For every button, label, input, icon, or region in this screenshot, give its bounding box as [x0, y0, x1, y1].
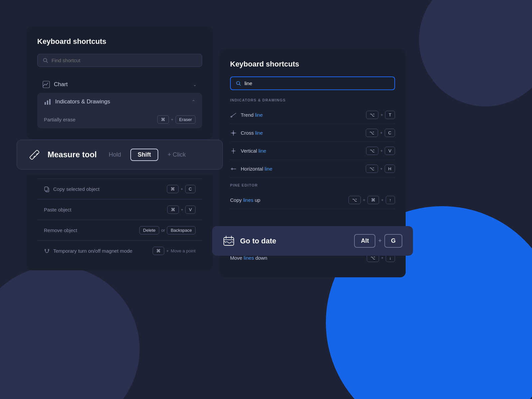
plus-separator: +	[171, 117, 174, 122]
left-search-box[interactable]	[37, 54, 202, 67]
paste-row: Paste object ⌘ + V	[37, 201, 202, 218]
alt-key-copy: ⌥	[348, 196, 361, 204]
magnet-row: Temporary turn on/off magnet mode ⌘ + Mo…	[37, 242, 202, 260]
cmd-key: ⌘	[157, 115, 169, 124]
copy-icon	[44, 186, 50, 192]
measure-icon	[28, 148, 41, 161]
plus-cross: +	[380, 130, 383, 135]
indicators-icon	[44, 98, 51, 105]
vertical-line-name: Vertical line	[230, 148, 266, 154]
svg-rect-2	[43, 81, 50, 88]
left-keyboard-shortcuts-panel: Keyboard shortcuts Chart ⌄	[27, 27, 213, 139]
divider-2	[37, 199, 202, 200]
move-lines-highlight: lines	[244, 255, 254, 261]
divider-3	[37, 220, 202, 220]
t-key: T	[385, 111, 395, 119]
cross-line-keys: ⌥ + C	[366, 129, 395, 137]
plus-3: +	[181, 207, 184, 212]
indicators-section-header[interactable]: Indicators & Drawings ⌃	[37, 93, 202, 111]
indicators-section: Indicators & Drawings ⌃ Partially erase …	[37, 93, 202, 128]
goto-date-highlight: Go to date Alt + G	[212, 226, 413, 256]
svg-rect-4	[47, 100, 48, 105]
alt-key-goto: Alt	[354, 234, 375, 248]
cross-icon	[230, 130, 237, 136]
bg-circle-left	[0, 266, 140, 399]
horizontal-line-name: Horizontal line	[230, 166, 272, 172]
alt-key-cross: ⌥	[366, 129, 378, 137]
trend-line-highlight: line	[255, 112, 263, 118]
trend-line-name: Trend line	[230, 112, 263, 118]
plus-4: +	[166, 248, 169, 253]
partially-erase-label: Partially erase	[44, 117, 75, 122]
magnet-label: Temporary turn on/off magnet mode	[53, 248, 132, 254]
right-search-input[interactable]	[244, 80, 389, 86]
svg-rect-3	[45, 102, 46, 105]
copy-selected-row: Copy selected object ⌘ + C	[37, 180, 202, 198]
trend-icon	[230, 112, 237, 118]
lower-shortcuts-section: Copy selected object ⌘ + C Paste object …	[27, 175, 213, 270]
svg-line-18	[231, 113, 236, 117]
alt-key-trend: ⌥	[366, 111, 378, 119]
vertical-line-keys: ⌥ + V	[366, 147, 395, 155]
indicators-header-left: Indicators & Drawings	[44, 98, 110, 105]
v-key: V	[185, 205, 196, 214]
alt-key-vertical: ⌥	[366, 147, 378, 155]
svg-point-28	[231, 168, 233, 170]
svg-line-17	[239, 84, 240, 85]
move-a-point-hint: Move a point	[171, 248, 196, 253]
plus-move: +	[381, 255, 384, 260]
partially-erase-keys: ⌘ + Eraser	[157, 115, 196, 124]
goto-date-label: Go to date	[240, 237, 276, 245]
goto-date-keys: Alt + G	[354, 234, 402, 248]
copy-lines-up-name: Copy lines up	[230, 197, 260, 203]
measure-click-label: + Click	[168, 151, 186, 158]
divider-1	[37, 179, 202, 179]
chart-section-left: Chart	[43, 81, 68, 88]
remove-keys: Delete or Backspace	[139, 226, 196, 234]
search-icon-right	[236, 81, 241, 86]
svg-rect-5	[49, 99, 51, 105]
plus-goto: +	[378, 237, 382, 244]
plus-2: +	[181, 187, 183, 192]
cross-line-highlight: line	[255, 130, 263, 136]
plus-horizontal: +	[380, 166, 383, 171]
shift-key-badge: Shift	[130, 149, 158, 161]
horizontal-icon	[230, 166, 237, 172]
left-panel-title: Keyboard shortcuts	[37, 37, 202, 46]
paste-label: Paste object	[44, 207, 71, 212]
chart-chevron-icon: ⌄	[193, 82, 197, 87]
plus-trend: +	[380, 112, 383, 117]
measure-hold-label: Hold	[109, 151, 121, 158]
goto-date-icon	[223, 235, 235, 247]
v-key-vertical: V	[385, 147, 395, 155]
copy-lines-up-row: Copy lines up ⌥ + ⌘ + ↑	[230, 191, 395, 209]
svg-point-26	[233, 150, 234, 152]
partially-erase-row: Partially erase ⌘ + Eraser	[37, 111, 202, 128]
remove-row: Remove object Delete or Backspace	[37, 221, 202, 239]
indicators-label: Indicators & Drawings	[55, 98, 110, 105]
chart-icon	[43, 81, 50, 88]
chart-section-header[interactable]: Chart ⌄	[37, 76, 202, 93]
vertical-line-highlight: line	[258, 148, 266, 154]
c-key: C	[185, 185, 196, 193]
pine-editor-section-label: PINE EDITOR	[230, 183, 395, 187]
left-search-input[interactable]	[52, 58, 197, 63]
search-icon	[43, 58, 48, 63]
cmd-key-4: ⌘	[153, 247, 164, 255]
right-search-box[interactable]	[230, 76, 395, 90]
divider-4	[37, 240, 202, 241]
cross-line-name: Cross line	[230, 130, 263, 136]
vertical-icon	[230, 148, 237, 154]
horizontal-line-highlight: line	[265, 166, 272, 172]
delete-key: Delete	[139, 226, 159, 234]
measure-tool-label: Measure tool	[48, 150, 97, 159]
copy-lines-up-keys: ⌥ + ⌘ + ↑	[348, 196, 395, 204]
magnet-icon	[44, 248, 50, 254]
cross-line-row: Cross line ⌥ + C	[230, 124, 395, 142]
h-key: H	[385, 165, 395, 173]
indicators-chevron-icon: ⌃	[192, 99, 196, 104]
trend-line-keys: ⌥ + T	[366, 111, 395, 119]
right-panel-title: Keyboard shortcuts	[230, 60, 395, 68]
up-key: ↑	[386, 196, 395, 204]
cmd-key-2: ⌘	[167, 185, 179, 193]
